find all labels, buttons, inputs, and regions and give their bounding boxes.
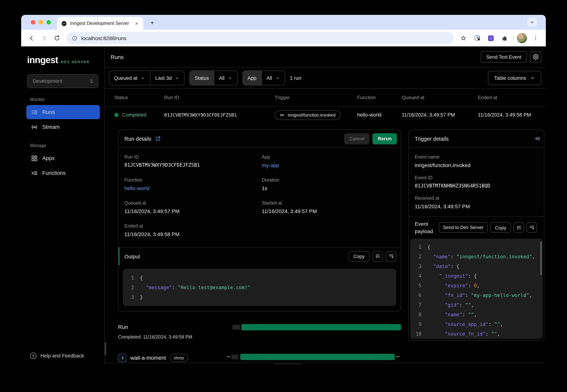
bar-run-segment[interactable]: [241, 324, 401, 330]
run-timeline: Run Completed: 11/16/2024, 3:49:58 PM: [118, 324, 401, 365]
time-filter[interactable]: Queued at Last 3d: [109, 70, 185, 85]
reload-icon[interactable]: [52, 33, 62, 43]
sidebar-item-stream[interactable]: Stream: [26, 120, 100, 134]
browser-tab[interactable]: Inngest Development Server ×: [57, 17, 143, 30]
trigger-event-pill[interactable]: inngest/function.invoked: [275, 110, 340, 120]
table-row[interactable]: Completed 01JCVBTMV3WXY9D3CFDEJFZSB1 inn…: [105, 107, 546, 123]
status-filter[interactable]: Status All: [190, 70, 238, 85]
run-details-title: Run details: [124, 136, 151, 142]
sidebar-item-label: Stream: [42, 124, 60, 130]
scrollbar-thumb[interactable]: [105, 342, 106, 355]
field-label: Queued at: [124, 200, 257, 206]
copy-output-button[interactable]: Copy: [349, 251, 369, 262]
password-manager-extension-icon[interactable]: [472, 33, 482, 43]
sidebar-item-runs[interactable]: Runs: [26, 105, 100, 119]
url-text[interactable]: localhost:8288/runs: [81, 35, 127, 41]
extensions-puzzle-icon[interactable]: [499, 33, 510, 43]
event-payload-header: Event payload Send to Dev Server Copy: [409, 216, 544, 238]
run-progress-bar: [232, 324, 401, 330]
run-details-fields: Run ID 01JCVBTMV3WXY9D3CFDEJFZSB1 App my…: [118, 148, 401, 247]
field-label: Received at: [415, 196, 538, 201]
column-header[interactable]: Status: [114, 95, 164, 100]
scrollbar-thumb[interactable]: [540, 241, 542, 275]
external-link-icon[interactable]: [155, 136, 161, 141]
browser-tab-strip: Inngest Development Server × +: [21, 15, 546, 30]
window-controls[interactable]: [31, 20, 51, 25]
cancel-button[interactable]: Cancel: [344, 133, 370, 144]
field-label: Duration: [262, 177, 395, 183]
environment-select[interactable]: Development: [27, 74, 99, 88]
column-header[interactable]: Run ID: [164, 95, 275, 100]
field-label: Ended at: [124, 224, 257, 229]
bookmark-star-icon[interactable]: [458, 33, 468, 43]
forward-icon[interactable]: [39, 33, 49, 43]
received-at-value: 11/16/2024, 3:49:57 PM: [415, 203, 538, 209]
status-filter-dropdown[interactable]: All: [214, 71, 237, 85]
table-columns-button[interactable]: Table columns: [488, 71, 541, 85]
browser-toolbar: localhost:8288/runs: [21, 30, 546, 46]
inngest-app: inngest DEV SERVER Development Monitor R…: [21, 46, 546, 365]
tab-search-chevron-button[interactable]: [527, 18, 537, 27]
sidebar-item-label: Runs: [42, 109, 55, 115]
expand-step-button[interactable]: [118, 354, 127, 362]
tab-title: Inngest Development Server: [70, 21, 131, 26]
scroll-to-bottom-icon[interactable]: [386, 251, 396, 262]
help-and-feedback[interactable]: ? Help and Feedback: [30, 353, 84, 359]
bar-step-segment[interactable]: [240, 354, 395, 360]
chevron-down-icon: [227, 76, 232, 80]
sidebar-item-apps[interactable]: Apps: [26, 151, 100, 165]
main-footer-divider: [105, 363, 546, 365]
send-to-dev-server-button[interactable]: Send to Dev Server: [439, 223, 488, 233]
settings-gear-button[interactable]: [530, 51, 541, 63]
new-tab-button[interactable]: +: [147, 18, 157, 28]
output-section: Output Copy: [118, 247, 401, 306]
toolbar-separator: [513, 35, 513, 41]
back-icon[interactable]: [26, 33, 37, 43]
close-tab-icon[interactable]: ×: [134, 20, 140, 26]
app-filter[interactable]: App All: [242, 70, 285, 85]
page-header: Runs Send Test Event: [105, 46, 546, 68]
column-header[interactable]: Function: [357, 95, 402, 100]
rerun-button[interactable]: Rerun: [373, 133, 397, 144]
output-accent-bar: [118, 248, 120, 265]
collapse-panel-icon[interactable]: [534, 136, 540, 142]
browser-menu-icon[interactable]: [530, 33, 541, 43]
select-chevrons-icon: [89, 78, 94, 84]
output-title: Output: [124, 253, 140, 259]
inngest-logo: inngest: [27, 55, 58, 65]
purple-extension-icon[interactable]: [486, 33, 496, 43]
time-range-dropdown[interactable]: Last 3d: [150, 71, 184, 85]
time-field-dropdown[interactable]: Queued at: [109, 71, 150, 85]
dev-server-badge: DEV SERVER: [61, 60, 90, 64]
word-wrap-icon[interactable]: [514, 223, 524, 233]
screen: Inngest Development Server × +: [0, 0, 567, 392]
monitor-section-label: Monitor: [30, 97, 104, 102]
sidebar-item-functions[interactable]: Functions: [26, 166, 100, 180]
send-test-event-button[interactable]: Send Test Event: [481, 51, 527, 63]
partial-bottom-button[interactable]: [274, 364, 302, 365]
maximize-window-button[interactable]: [46, 20, 51, 25]
url-bar[interactable]: localhost:8288/runs: [67, 32, 454, 44]
field-label: App: [262, 154, 395, 160]
profile-avatar[interactable]: [517, 33, 527, 43]
copy-payload-button[interactable]: Copy: [490, 223, 511, 233]
run-details-card: Run details Cancel Rerun Run: [118, 129, 401, 311]
site-info-icon[interactable]: [72, 35, 78, 41]
help-label: Help and Feedback: [41, 353, 84, 359]
app-link[interactable]: my-app: [262, 162, 395, 168]
minimize-window-button[interactable]: [39, 20, 43, 25]
column-header[interactable]: Ended at: [478, 95, 546, 100]
logo-row: inngest DEV SERVER: [21, 55, 104, 65]
favicon-inngest-icon: [61, 20, 67, 27]
column-header[interactable]: Trigger: [275, 95, 357, 100]
trigger-details-title: Trigger details: [415, 136, 449, 142]
function-link[interactable]: hello-world: [124, 185, 257, 191]
column-header[interactable]: Queued at: [402, 95, 478, 100]
function-name: hello-world: [357, 112, 402, 118]
scroll-to-bottom-icon[interactable]: [527, 223, 537, 233]
word-wrap-icon[interactable]: [372, 251, 383, 262]
close-window-button[interactable]: [31, 20, 35, 25]
event-payload-code-block[interactable]: 1{2 "name": "inngest/function.invoked",3…: [410, 238, 542, 339]
app-filter-dropdown[interactable]: All: [261, 71, 285, 85]
bar-dash: [227, 356, 230, 357]
